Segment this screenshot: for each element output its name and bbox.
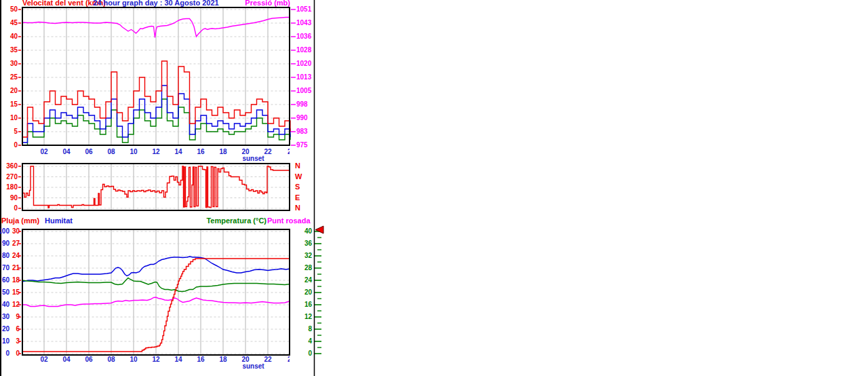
temperature-tick-label: 40 bbox=[304, 228, 312, 235]
window-left-border bbox=[0, 0, 1, 376]
hour-tick-label: 06 bbox=[85, 356, 92, 363]
wind-speed-tick-label: 45 bbox=[10, 20, 18, 26]
rain-tick-label: 27 bbox=[12, 240, 20, 247]
pressure-tick-label: 1020 bbox=[296, 60, 311, 67]
temperature-tick-label: 20 bbox=[304, 289, 312, 296]
temperature-tick-label: 32 bbox=[304, 252, 312, 259]
hour-tick-label: 08 bbox=[107, 149, 115, 155]
temperature-tick-label: 28 bbox=[304, 265, 312, 271]
humidity-tick-label: 60 bbox=[2, 277, 9, 284]
hour-tick-label: 18 bbox=[219, 356, 226, 363]
wind-speed-tick-label: 20 bbox=[10, 88, 18, 94]
hour-tick-label: 22 bbox=[264, 356, 271, 363]
hour-tick-label: 16 bbox=[197, 356, 204, 363]
compass-point-label: S bbox=[295, 183, 300, 191]
humidity-tick-label: 40 bbox=[2, 301, 9, 308]
pressure-tick-label: 998 bbox=[296, 101, 308, 108]
temperature-tick-label: 24 bbox=[304, 277, 312, 284]
pressure-tick-label: 1051 bbox=[296, 6, 311, 13]
rain-tick-label: 3 bbox=[16, 338, 20, 345]
pressure-tick-label: 1043 bbox=[296, 20, 311, 26]
humidity-tick-label: 0 bbox=[5, 350, 9, 357]
temperature-tick-label: 4 bbox=[308, 338, 312, 345]
temperature-tick-label: 8 bbox=[308, 326, 312, 333]
compass-point-label: N bbox=[295, 162, 300, 170]
hour-tick-label: 16 bbox=[197, 149, 204, 155]
wind-direction-tick-label: 180 bbox=[6, 184, 18, 191]
sunset-label: sunset bbox=[242, 363, 264, 370]
hour-tick-label-clipped: 24 bbox=[288, 356, 290, 363]
wind-direction-tick-label: 0 bbox=[14, 205, 18, 212]
hour-tick-label: 18 bbox=[219, 149, 226, 155]
humidity-tick-label: 90 bbox=[2, 240, 9, 247]
wind-speed-tick-label: 10 bbox=[10, 115, 18, 121]
hour-tick-label: 10 bbox=[130, 356, 137, 363]
temperature-axis-title: Temperatura (°C) bbox=[206, 217, 267, 225]
humidity-tick-label: 20 bbox=[2, 326, 9, 333]
pressure-tick-label: 990 bbox=[296, 115, 308, 121]
temperature-tick-label: 36 bbox=[304, 240, 312, 247]
humidity-axis-title: Humitat bbox=[45, 217, 73, 225]
rain-tick-label: 21 bbox=[12, 265, 20, 271]
pressure-tick-label: 975 bbox=[296, 142, 308, 149]
hour-tick-label: 14 bbox=[174, 149, 182, 155]
rain-tick-label: 6 bbox=[16, 326, 20, 333]
hour-tick-label-clipped: 24 bbox=[288, 149, 290, 155]
wind-speed-tick-label: 40 bbox=[10, 33, 18, 40]
wind-speed-tick-label: 0 bbox=[14, 142, 18, 149]
humidity-tick-label: 30 bbox=[2, 314, 9, 320]
wind-direction-tick-label: 360 bbox=[6, 163, 18, 170]
rain-tick-label: 12 bbox=[12, 301, 20, 308]
wind-speed-tick-label: 25 bbox=[10, 74, 18, 81]
pressure-tick-label: 1036 bbox=[296, 33, 311, 40]
humidity-tick-label: 70 bbox=[2, 265, 9, 271]
hour-tick-label: 02 bbox=[40, 356, 47, 363]
humidity-tick-label: 10 bbox=[2, 338, 9, 345]
rain-tick-label: 24 bbox=[12, 252, 20, 259]
hour-tick-label: 08 bbox=[107, 356, 115, 363]
charts-canvas bbox=[0, 0, 868, 376]
temperature-tick-label: 16 bbox=[304, 301, 312, 308]
temperature-tick-label: 12 bbox=[304, 314, 312, 320]
wind-speed-tick-label: 50 bbox=[10, 6, 18, 13]
hour-tick-label: 22 bbox=[264, 149, 271, 155]
humidity-tick-label: 80 bbox=[2, 252, 9, 259]
hour-tick-label: 06 bbox=[85, 149, 92, 155]
wind-speed-tick-label: 5 bbox=[14, 128, 18, 135]
pressure-tick-label: 1028 bbox=[296, 47, 311, 54]
humidity-tick-label: 100 bbox=[0, 228, 9, 235]
compass-point-label: N bbox=[295, 204, 300, 212]
wind-speed-tick-label: 30 bbox=[10, 60, 18, 67]
pressure-tick-label: 1005 bbox=[296, 88, 311, 94]
wind-speed-tick-label: 35 bbox=[10, 47, 18, 54]
hour-tick-label: 04 bbox=[62, 149, 70, 155]
temperature-tick-label: 0 bbox=[308, 350, 312, 357]
hour-tick-label: 02 bbox=[40, 149, 47, 155]
sunset-label: sunset bbox=[242, 155, 264, 162]
compass-point-label: W bbox=[295, 173, 302, 181]
wind-direction-tick-label: 270 bbox=[6, 174, 18, 181]
hour-tick-label: 12 bbox=[152, 149, 159, 155]
humidity-tick-label: 50 bbox=[2, 289, 9, 296]
rain-tick-label: 30 bbox=[12, 228, 20, 235]
hour-tick-label: 14 bbox=[174, 356, 182, 363]
hour-tick-label: 04 bbox=[62, 356, 70, 363]
left-arrow-marker-icon bbox=[315, 226, 323, 233]
rain-tick-label: 9 bbox=[16, 314, 20, 320]
pressure-tick-label: 1013 bbox=[296, 74, 311, 81]
pressure-tick-label: 983 bbox=[296, 128, 308, 135]
rain-tick-label: 15 bbox=[12, 289, 20, 296]
wind-speed-tick-label: 15 bbox=[10, 101, 18, 108]
hour-tick-label: 12 bbox=[152, 356, 159, 363]
wind-direction-tick-label: 90 bbox=[10, 195, 18, 202]
hour-tick-label: 10 bbox=[130, 149, 137, 155]
rain-tick-label: 18 bbox=[12, 277, 20, 284]
compass-point-label: E bbox=[295, 194, 300, 202]
rain-axis-title: Pluja (mm) bbox=[1, 217, 39, 225]
weather-graph-window: Velocitat del vent (kmh) 24 hour graph d… bbox=[0, 0, 868, 376]
dewpoint-axis-title: Punt rosada bbox=[267, 217, 311, 225]
pressure-axis-title: Pressió (mb) bbox=[245, 0, 290, 7]
rain-tick-label: 0 bbox=[16, 350, 20, 357]
